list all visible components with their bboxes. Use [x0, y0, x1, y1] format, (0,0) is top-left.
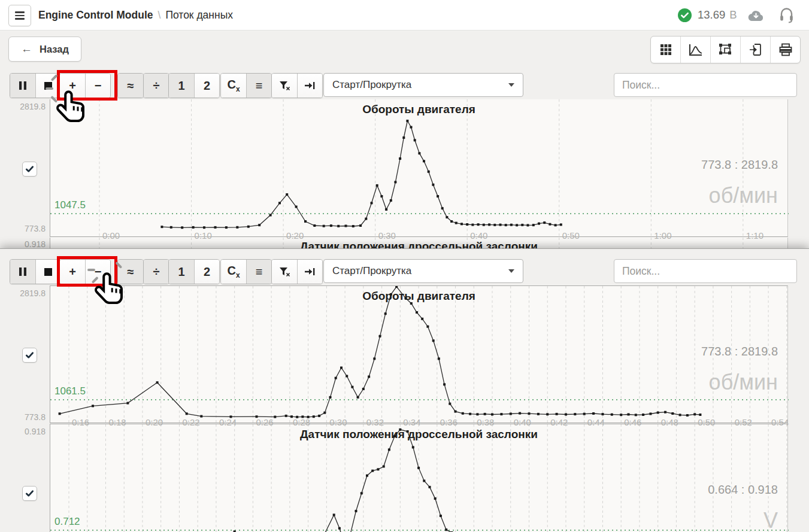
click-burst-dash — [87, 269, 95, 271]
stream-toolbar: +−≈÷12Cx≡Старт/Прокрутка — [0, 73, 809, 97]
mode-select[interactable]: Старт/Прокрутка — [323, 259, 523, 283]
x-tick-label: 0:32 — [366, 417, 384, 427]
pause-icon — [18, 81, 28, 90]
x-tick-label: 0:36 — [440, 417, 457, 427]
toolbar-group — [10, 259, 61, 284]
y-max-label: 2819.8 — [0, 288, 46, 298]
printer-button[interactable] — [770, 37, 800, 63]
toolbar-stop-button[interactable] — [35, 74, 60, 98]
toolbar-layout-list-button[interactable]: ≡ — [246, 260, 271, 284]
chart-title: Обороты двигателя — [50, 290, 787, 303]
toolbar-zoom-in-button[interactable]: + — [60, 260, 85, 284]
toolbar-group — [271, 259, 323, 284]
app-window: Engine Control Module \ Поток данных 13.… — [0, 0, 809, 532]
mode-select[interactable]: Старт/Прокрутка — [323, 73, 523, 97]
toolbar-one-column-button[interactable]: 1 — [169, 260, 194, 284]
toolbar-group: ≈ — [117, 73, 144, 98]
toolbar-filter-clear-button[interactable] — [272, 74, 297, 98]
x-tick-label: 0:50 — [562, 230, 580, 241]
toolbar-stop-button[interactable] — [35, 260, 60, 284]
toolbar-group: +− — [59, 73, 111, 98]
clear-glyph: Cx — [227, 265, 240, 279]
y-max-label: 0.918 — [0, 427, 46, 436]
channel-checkbox[interactable] — [22, 348, 37, 363]
toolbar-two-columns-button[interactable]: 2 — [194, 260, 219, 284]
toolbar-two-columns-button[interactable]: 2 — [194, 74, 219, 98]
toolbar-zoom-in-button[interactable]: + — [60, 74, 85, 98]
export-button[interactable] — [740, 37, 770, 63]
split-glyph: ÷ — [153, 80, 160, 92]
two-columns-glyph: 2 — [204, 80, 210, 92]
toolbar-zoom-out-button[interactable]: − — [85, 74, 110, 98]
value-range-label: 0.664 : 0.918 — [708, 483, 778, 497]
breadcrumb-current: Поток данных — [165, 9, 233, 22]
toolbar-clear-button[interactable]: Cx — [221, 260, 246, 284]
select-region-button[interactable] — [710, 37, 740, 63]
zoom-in-glyph: + — [69, 80, 76, 92]
toolbar-goto-end-button[interactable] — [297, 74, 322, 98]
toolbar-smooth-button[interactable]: ≈ — [118, 74, 143, 98]
chart-title: Датчик положения дроссельной заслонки — [50, 428, 787, 441]
check-circle-icon — [678, 8, 692, 22]
toolbar-goto-end-button[interactable] — [297, 260, 322, 284]
x-tick-label: 0:30 — [378, 230, 396, 241]
x-tick-label: 0:22 — [182, 417, 199, 427]
y-max-label: 2819.8 — [0, 102, 46, 111]
y-max-label: 0.918 — [0, 239, 46, 249]
click-burst-dash — [46, 87, 53, 90]
chart-plot-throttle_zoomed: 0.712Датчик положения дроссельной заслон… — [50, 424, 788, 532]
current-value-label: 1047.5 — [54, 199, 86, 211]
chevron-down-icon — [508, 83, 514, 87]
back-label: Назад — [40, 44, 69, 55]
toolbar-group — [271, 73, 323, 98]
toolbar-split-button[interactable]: ÷ — [144, 260, 169, 284]
menu-button[interactable] — [8, 5, 31, 26]
two-columns-glyph: 2 — [204, 266, 210, 278]
toolbar-group: 12 — [168, 73, 220, 98]
split-glyph: ÷ — [153, 266, 160, 278]
x-tick-label: 0:24 — [219, 417, 237, 427]
value-range-label: 773.8 : 2819.8 — [701, 158, 778, 172]
x-tick-label: 0:38 — [477, 417, 494, 427]
toolbar-pause-button[interactable] — [10, 260, 35, 284]
toolbar-pause-button[interactable] — [10, 74, 35, 98]
filter-x-icon — [278, 266, 290, 277]
x-tick-label: 0:40 — [470, 230, 487, 241]
toolbar-filter-clear-button[interactable] — [272, 260, 297, 284]
x-tick-label: 0:00 — [102, 230, 120, 241]
toolbar-smooth-button[interactable]: ≈ — [118, 260, 143, 284]
cloud-download-icon[interactable] — [748, 9, 764, 24]
view-actions-toolbar — [650, 36, 801, 63]
x-tick-label: 0:28 — [293, 417, 310, 427]
search-input[interactable] — [614, 259, 797, 283]
voltage-unit: В — [729, 8, 737, 22]
breadcrumb: Engine Control Module \ Поток данных — [38, 0, 233, 30]
x-tick-label: 0:54 — [771, 417, 789, 427]
x-tick-label: 0:20 — [286, 230, 304, 241]
search-input[interactable] — [614, 73, 797, 97]
toolbar-split-button[interactable]: ÷ — [144, 74, 169, 98]
unit-watermark: об/мин — [709, 183, 778, 208]
toolbar-zoom-out-button[interactable]: − — [85, 260, 110, 284]
toolbar-clear-button[interactable]: Cx — [221, 74, 246, 98]
headset-icon[interactable] — [779, 7, 794, 26]
x-tick-label: 0:40 — [514, 417, 531, 427]
curve-view-button[interactable] — [680, 37, 710, 63]
chart-plot-rpm_overview: 1047.50:000:100:200:300:400:501:001:10Об… — [50, 99, 788, 237]
channel-checkbox[interactable] — [22, 486, 37, 501]
back-button[interactable]: ← Назад — [8, 37, 81, 62]
toolbar-one-column-button[interactable]: 1 — [169, 74, 194, 98]
chart-plot-rpm_zoomed: 1061.50:160:180:200:220:240:260:280:300:… — [50, 285, 788, 423]
toolbar-group: Cx≡ — [220, 259, 272, 284]
toolbar-layout-list-button[interactable]: ≡ — [246, 74, 271, 98]
value-range-label: 773.8 : 2819.8 — [701, 345, 778, 358]
x-tick-label: 0:48 — [661, 417, 678, 427]
grid-view-button[interactable] — [651, 37, 680, 63]
top-header: Engine Control Module \ Поток данных 13.… — [0, 0, 809, 31]
x-tick-label: 0:20 — [146, 417, 163, 427]
toolbar-group: ÷ — [143, 73, 169, 98]
x-tick-label: 0:46 — [624, 417, 641, 427]
zoom-in-glyph: + — [69, 266, 76, 278]
channel-checkbox[interactable] — [22, 162, 37, 177]
unit-watermark: об/мин — [709, 370, 778, 395]
